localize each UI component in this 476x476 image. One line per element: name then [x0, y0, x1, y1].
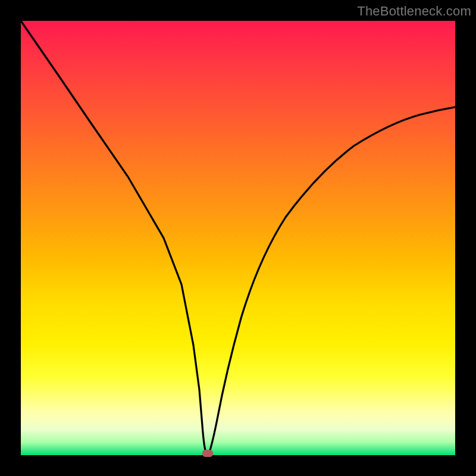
optimum-marker	[202, 450, 213, 457]
curve-right-branch	[209, 107, 455, 454]
chart-frame: TheBottleneck.com	[0, 0, 476, 476]
curve-left-branch	[21, 21, 206, 454]
watermark-text: TheBottleneck.com	[357, 4, 471, 19]
bottleneck-curve	[21, 21, 455, 455]
